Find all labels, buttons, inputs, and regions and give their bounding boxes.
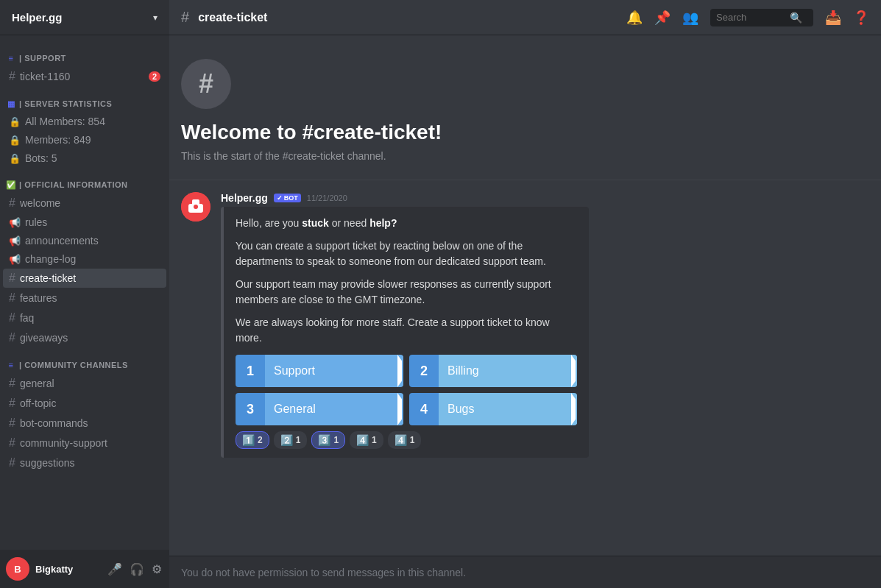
channel-change-log[interactable]: 📢 change-log <box>3 250 166 268</box>
support-category-icon: ≡ <box>6 53 16 63</box>
chevron-down-icon: ▾ <box>153 13 158 23</box>
channel-suggestions[interactable]: # suggestions <box>3 453 166 472</box>
channel-welcome[interactable]: # welcome <box>3 194 166 213</box>
search-icon: 🔍 <box>790 12 802 24</box>
category-server-statistics: ▦ | SERVER STATISTICS <box>0 87 169 112</box>
message-body: Helper.gg ✓ BOT 11/21/2020 Hello, are yo… <box>221 192 869 458</box>
welcome-desc: This is the start of the #create-ticket … <box>181 150 869 162</box>
messages-list: Helper.gg ✓ BOT 11/21/2020 Hello, are yo… <box>169 180 881 556</box>
welcome-title: Welcome to #create-ticket! <box>181 121 869 144</box>
hash-icon: # <box>9 417 15 430</box>
channel-list: ≡ | SUPPORT # ticket-1160 2 ▦ | SERVER S… <box>0 35 169 550</box>
reaction-5[interactable]: 4️⃣ 1 <box>388 431 422 449</box>
inbox-icon[interactable]: 📥 <box>825 10 841 26</box>
message-timestamp: 11/21/2020 <box>307 194 347 202</box>
sidebar: Helper.gg ▾ ≡ | SUPPORT # ticket-1160 2 … <box>0 0 169 588</box>
checkmark-icon: ✅ <box>6 180 16 190</box>
support-btn-3[interactable]: 3 General <box>236 393 403 425</box>
reaction-2[interactable]: 2️⃣ 1 <box>274 431 308 449</box>
members-icon[interactable]: 👥 <box>682 10 698 26</box>
sidebar-footer: B Bigkatty 🎤 🎧 ⚙ <box>0 550 169 588</box>
message-author: Helper.gg <box>221 192 268 204</box>
lock-icon: 🔒 <box>9 135 21 146</box>
bot-badge: ✓ BOT <box>274 194 301 202</box>
stats-category-icon: ▦ <box>6 99 16 109</box>
channel-rules[interactable]: 📢 rules <box>3 213 166 231</box>
hash-icon: # <box>9 397 15 410</box>
channel-announcements[interactable]: 📢 announcements <box>3 232 166 249</box>
support-btn-2[interactable]: 2 Billing <box>409 355 577 387</box>
hash-icon: # <box>9 456 15 470</box>
channel-welcome-section: # Welcome to #create-ticket! This is the… <box>169 35 881 180</box>
reaction-1[interactable]: 1️⃣ 2 <box>236 431 269 449</box>
reaction-3[interactable]: 3️⃣ 1 <box>311 431 345 449</box>
verified-icon: ✓ <box>277 194 283 202</box>
support-buttons-grid: 1 Support 2 Billing <box>236 355 577 425</box>
help-icon[interactable]: ❓ <box>853 10 869 26</box>
lock-icon: 🔒 <box>9 153 21 164</box>
welcome-channel-icon: # <box>181 59 231 109</box>
channel-faq[interactable]: # faq <box>3 308 166 327</box>
unread-badge: 2 <box>149 71 160 82</box>
announcement-icon: 📢 <box>9 217 21 228</box>
chat-area: # Welcome to #create-ticket! This is the… <box>169 35 881 556</box>
bell-icon[interactable]: 🔔 <box>626 10 643 26</box>
channel-bot-commands[interactable]: # bot-commands <box>3 414 166 433</box>
pin-icon[interactable]: 📌 <box>654 10 671 26</box>
topbar: # create-ticket 🔔 📌 👥 🔍 📥 ❓ <box>169 0 881 35</box>
stat-members: 🔒 Members: 849 <box>3 131 166 149</box>
embed-line1: Hello, are you stuck or need help? <box>236 216 577 231</box>
category-support: ≡ | SUPPORT <box>0 41 169 66</box>
category-official-info: ✅ | OFFICIAL INFORMATION <box>0 168 169 193</box>
channel-off-topic[interactable]: # off-topic <box>3 394 166 413</box>
svg-point-3 <box>194 205 198 209</box>
channel-giveaways[interactable]: # giveaways <box>3 328 166 347</box>
hash-icon: # <box>9 70 15 83</box>
hash-icon: # <box>9 377 15 390</box>
headphones-icon[interactable]: 🎧 <box>128 561 146 578</box>
embed-line4: We are always looking for more staff. Cr… <box>236 315 577 346</box>
hash-icon: # <box>9 196 15 210</box>
settings-icon[interactable]: ⚙ <box>150 561 163 578</box>
channel-ticket-1160[interactable]: # ticket-1160 2 <box>3 67 166 86</box>
topbar-channel-name: create-ticket <box>198 11 267 24</box>
hash-icon: # <box>9 272 15 285</box>
topbar-icons: 🔔 📌 👥 🔍 📥 ❓ <box>626 9 869 26</box>
footer-controls: 🎤 🎧 ⚙ <box>106 561 163 578</box>
message-helpergg: Helper.gg ✓ BOT 11/21/2020 Hello, are yo… <box>181 192 869 458</box>
stat-all-members: 🔒 All Members: 854 <box>3 113 166 130</box>
channel-create-ticket[interactable]: # create-ticket <box>3 269 166 288</box>
hash-icon: # <box>9 331 15 344</box>
category-community: ≡ | COMMUNITY CHANNELS <box>0 348 169 373</box>
hash-icon: # <box>9 436 15 450</box>
support-btn-1[interactable]: 1 Support <box>236 355 403 387</box>
community-category-icon: ≡ <box>6 360 16 370</box>
hash-icon: # <box>9 311 15 325</box>
announcement-icon: 📢 <box>9 254 21 265</box>
username-label: Bigkatty <box>35 564 106 575</box>
bot-avatar <box>181 192 210 222</box>
server-header[interactable]: Helper.gg ▾ <box>0 0 169 35</box>
hash-icon: # <box>9 291 15 305</box>
embed-line2: You can create a support ticket by react… <box>236 238 577 269</box>
message-header: Helper.gg ✓ BOT 11/21/2020 <box>221 192 869 204</box>
channel-general[interactable]: # general <box>3 374 166 393</box>
announcement-icon: 📢 <box>9 235 21 247</box>
stat-bots: 🔒 Bots: 5 <box>3 149 166 167</box>
no-permission-text: You do not have permission to send messa… <box>181 567 466 578</box>
server-name: Helper.gg <box>12 11 62 24</box>
microphone-icon[interactable]: 🎤 <box>106 561 124 578</box>
svg-rect-2 <box>192 199 199 205</box>
main-content: # create-ticket 🔔 📌 👥 🔍 📥 ❓ # Welcome to… <box>169 0 881 588</box>
reaction-4[interactable]: 4️⃣ 1 <box>350 431 383 449</box>
support-btn-4[interactable]: 4 Bugs <box>409 393 577 425</box>
channel-community-support[interactable]: # community-support <box>3 433 166 453</box>
reactions-bar: 1️⃣ 2 2️⃣ 1 3️⃣ 1 <box>236 431 577 449</box>
embed-line3: Our support team may provide slower resp… <box>236 277 577 308</box>
channel-features[interactable]: # features <box>3 288 166 308</box>
search-input[interactable] <box>716 12 790 23</box>
lock-icon: 🔒 <box>9 116 21 127</box>
topbar-hash-icon: # <box>181 9 189 26</box>
no-permission-bar: You do not have permission to send messa… <box>169 556 881 588</box>
search-bar[interactable]: 🔍 <box>710 9 813 26</box>
